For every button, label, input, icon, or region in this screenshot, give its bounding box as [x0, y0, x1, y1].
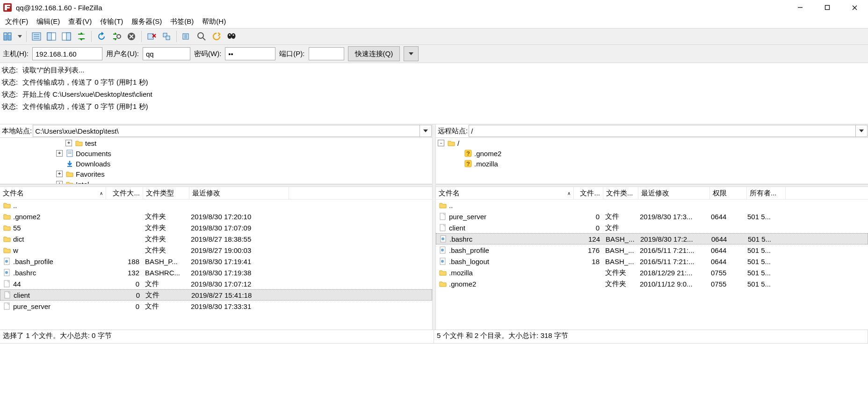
file-row[interactable]: .. — [0, 200, 432, 211]
file-row[interactable]: 55文件夹2019/8/30 17:07:09 — [0, 222, 432, 233]
tree-node[interactable]: Downloads — [0, 158, 432, 169]
close-button[interactable] — [841, 0, 868, 15]
file-row[interactable]: .. — [436, 200, 868, 211]
filter-button[interactable] — [180, 29, 194, 43]
compare-button[interactable] — [210, 29, 224, 43]
remote-tree[interactable]: -/?.gnome2?.mozilla — [436, 138, 868, 184]
file-row[interactable]: dict文件夹2019/8/27 18:38:55 — [0, 233, 432, 244]
search-button[interactable] — [195, 29, 209, 43]
file-row[interactable]: .mozilla文件夹2018/12/29 21:...0755501 5... — [436, 267, 868, 278]
svg-rect-51 — [440, 213, 445, 220]
file-row[interactable]: client0文件 — [436, 222, 868, 233]
sync-browse-button[interactable] — [224, 29, 239, 43]
tree-node[interactable]: -/ — [436, 138, 868, 148]
minimize-button[interactable] — [787, 0, 814, 15]
column-header[interactable]: 文件大... — [106, 187, 143, 199]
svg-line-31 — [203, 38, 205, 40]
remote-list-header[interactable]: 文件名∧文件...文件类...最近修改权限所有者... — [436, 187, 868, 200]
quick-connect-dropdown[interactable] — [404, 46, 419, 61]
transfer-queue[interactable] — [0, 343, 868, 409]
column-header[interactable]: 文件类... — [603, 187, 638, 199]
column-header[interactable]: 文件名∧ — [0, 187, 106, 199]
file-icon — [3, 280, 11, 288]
menu-item[interactable]: 编辑(E) — [32, 16, 64, 27]
column-header[interactable]: 文件类型 — [143, 187, 189, 199]
file-row[interactable]: client0文件2019/8/27 15:41:18 — [0, 289, 432, 301]
column-header[interactable]: 文件... — [574, 187, 603, 199]
toggle-local-tree-button[interactable] — [44, 29, 58, 43]
file-row[interactable]: pure_server0文件2019/8/30 17:3...0644501 5… — [436, 211, 868, 222]
local-list-header[interactable]: 文件名∧文件大...文件类型最近修改 — [0, 187, 432, 200]
local-status: 选择了 1 个文件。大小总共: 0 字节 — [0, 330, 434, 343]
message-log[interactable]: 状态: 读取"/"的目录列表...状态: 文件传输成功，传送了 0 字节 (用时… — [0, 63, 868, 124]
tree-node[interactable]: ?.gnome2 — [436, 148, 868, 158]
tree-label: Downloads — [76, 160, 110, 168]
cancel-button[interactable] — [124, 29, 138, 43]
column-header[interactable]: 权限 — [710, 187, 747, 199]
file-cell: .gnome2 — [436, 280, 573, 288]
tree-node[interactable]: +Documents — [0, 148, 432, 158]
site-manager-dropdown[interactable] — [16, 29, 23, 43]
local-file-list[interactable]: ...gnome2文件夹2019/8/30 17:20:1055文件夹2019/… — [0, 200, 432, 330]
file-row[interactable]: .bashrc132BASHRC...2019/8/30 17:19:38 — [0, 267, 432, 278]
remote-path-input[interactable] — [469, 125, 856, 137]
tree-expander[interactable]: + — [56, 181, 63, 184]
toggle-queue-button[interactable] — [74, 29, 88, 43]
file-row[interactable]: w文件夹2019/8/27 19:00:03 — [0, 244, 432, 256]
tree-expander[interactable]: + — [56, 171, 63, 177]
maximize-button[interactable] — [814, 0, 841, 15]
file-cell: 501 5... — [745, 213, 783, 221]
menu-item[interactable]: 传输(T) — [96, 16, 127, 27]
user-input[interactable] — [143, 47, 190, 60]
tree-node[interactable]: +Favorites — [0, 169, 432, 179]
column-header[interactable]: 最近修改 — [189, 187, 289, 199]
toggle-log-button[interactable] — [29, 29, 43, 43]
svg-point-34 — [229, 35, 231, 36]
remote-file-list[interactable]: ..pure_server0文件2019/8/30 17:3...0644501… — [436, 200, 868, 330]
menu-item[interactable]: 书签(B) — [166, 16, 198, 27]
menu-item[interactable]: 查看(V) — [64, 16, 96, 27]
menu-item[interactable]: 帮助(H) — [198, 16, 230, 27]
remote-path-dropdown[interactable] — [856, 125, 868, 137]
menu-item[interactable]: 服务器(S) — [127, 16, 166, 27]
tree-expander[interactable]: + — [56, 150, 63, 157]
menu-item[interactable]: 文件(F) — [1, 16, 32, 27]
column-header[interactable]: 文件名∧ — [436, 187, 574, 199]
file-row[interactable]: .gnome2文件夹2019/8/30 17:20:10 — [0, 211, 432, 222]
file-row[interactable]: .bash_profile176BASH_...2016/5/11 7:21:.… — [436, 244, 868, 256]
reconnect-button[interactable] — [159, 29, 174, 43]
main-splitter[interactable] — [432, 124, 436, 330]
tree-expander[interactable]: + — [65, 140, 72, 146]
local-tree[interactable]: +test+DocumentsDownloads+Favorites+Intel — [0, 138, 432, 184]
column-header[interactable]: 所有者... — [747, 187, 786, 199]
svg-point-41 — [5, 260, 8, 263]
file-cell: BASHRC... — [142, 269, 188, 277]
tree-node[interactable]: ?.mozilla — [436, 158, 868, 169]
file-row[interactable]: pure_server0文件2019/8/30 17:33:31 — [0, 301, 432, 312]
file-cell: 2018/12/29 21:... — [637, 269, 708, 277]
toggle-remote-tree-button[interactable] — [59, 29, 73, 43]
column-header[interactable]: 最近修改 — [638, 187, 710, 199]
file-row[interactable]: 440文件2019/8/30 17:07:12 — [0, 278, 432, 289]
host-input[interactable] — [32, 47, 102, 60]
local-path-input[interactable] — [33, 125, 420, 137]
file-row[interactable]: .gnome2文件夹2010/11/12 9:0...0755501 5... — [436, 278, 868, 289]
file-row[interactable]: .bash_logout18BASH_...2016/5/11 7:21:...… — [436, 256, 868, 267]
port-input[interactable] — [309, 47, 344, 60]
file-row[interactable]: .bash_profile188BASH_P...2019/8/30 17:19… — [0, 256, 432, 267]
local-path-dropdown[interactable] — [420, 125, 432, 137]
disconnect-button[interactable] — [145, 29, 159, 43]
process-queue-button[interactable] — [109, 29, 123, 43]
file-cell: 2010/11/12 9:0... — [637, 280, 708, 288]
tree-expander[interactable]: - — [438, 140, 444, 146]
file-row[interactable]: .bashrc124BASH_...2019/8/30 17:2...06445… — [436, 233, 868, 244]
quick-connect-button[interactable]: 快速连接(Q) — [348, 46, 400, 61]
tree-node[interactable]: +test — [0, 138, 432, 148]
tree-node[interactable]: +Intel — [0, 179, 432, 184]
pass-input[interactable] — [225, 47, 275, 60]
file-cell: client — [0, 291, 106, 299]
local-site-label: 本地站点: — [0, 127, 33, 136]
site-manager-button[interactable] — [1, 29, 15, 43]
refresh-button[interactable] — [94, 29, 108, 43]
folder-icon — [65, 180, 74, 184]
